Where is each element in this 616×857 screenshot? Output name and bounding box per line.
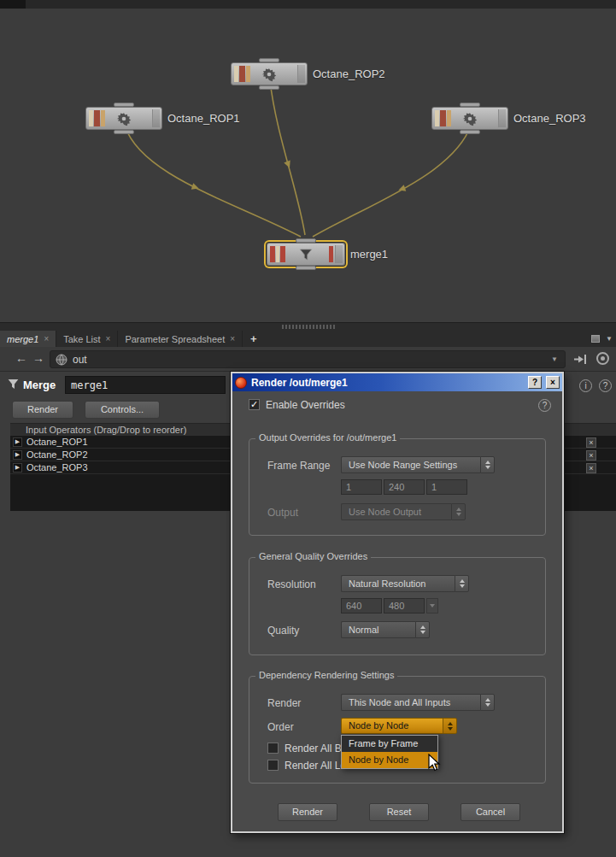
node-type-label: Merge [23,379,56,391]
node-octane-rop3[interactable] [431,107,508,130]
forward-icon[interactable]: → [32,351,44,365]
group-title: General Quality Overrides [255,551,371,561]
node-color-stripe [101,110,105,126]
order-dropdown[interactable]: Node by Node [341,718,457,734]
node-color-stripe [329,246,333,262]
dialog-title: Render /out/merge1 [251,377,524,389]
houdini-window: Octane_ROP2 Octane_ROP1 Octane_ROP3 [0,0,616,857]
chevron-down-icon[interactable]: ▼ [551,355,560,363]
help-icon[interactable]: ? [538,399,551,412]
tab-take-list[interactable]: Take List × [56,331,118,347]
enable-overrides-checkbox[interactable]: ✓ [249,399,260,410]
quality-dropdown[interactable]: Normal [341,621,430,638]
node-output-connector[interactable] [296,266,316,270]
path-input[interactable]: out ▼ [50,350,566,368]
gear-icon [261,67,277,82]
node-output-connector[interactable] [114,130,134,134]
node-color-stripe [89,110,93,126]
top-strip [0,0,616,9]
tab-label: Take List [63,334,100,344]
chevron-down-icon[interactable]: ▼ [606,335,613,343]
spinner-icon[interactable] [480,694,495,711]
render-all-locked-checkbox[interactable] [267,760,279,771]
dialog-render-button[interactable]: Render [278,803,337,821]
render-all-b-label: Render All B [285,743,342,754]
quality-label: Quality [267,625,299,637]
node-color-stripe [435,110,439,126]
frame-range-dropdown[interactable]: Use Node Range Settings [341,456,495,473]
controls-button[interactable]: Controls... [85,401,160,419]
dialog-title-bar[interactable]: Render /out/merge1 ? × [232,373,562,391]
node-input-connector[interactable] [259,58,279,62]
add-tab-button[interactable]: + [243,331,265,347]
window-help-button[interactable]: ? [528,376,542,389]
node-name-input[interactable] [65,376,226,394]
splitter-grip-icon[interactable] [282,325,335,329]
dialog-reset-button[interactable]: Reset [369,803,429,821]
window-close-button[interactable]: × [546,376,560,389]
order-label: Order [267,721,294,733]
spinner-icon[interactable] [443,718,457,734]
pane-options-icon[interactable] [591,335,600,343]
order-dropdown-menu: Frame by Frame Node by Node [341,735,438,769]
node-input-connector[interactable] [296,238,316,243]
node-output-connector[interactable] [259,85,279,90]
node-flag-bar[interactable] [152,109,160,127]
top-strip-tab [0,0,26,9]
spinner-icon[interactable] [415,621,430,638]
node-flag-bar[interactable] [297,65,305,83]
remove-input-button[interactable]: × [586,450,596,461]
frame-increment-field[interactable] [426,479,467,495]
resolution-dropdown[interactable]: Natural Resolution [341,575,469,592]
info-icon[interactable]: i [579,379,592,392]
back-icon[interactable]: ← [15,351,27,365]
close-icon[interactable]: × [44,334,49,343]
node-color-stripe [440,110,446,126]
dialog-cancel-button[interactable]: Cancel [461,803,520,821]
close-icon[interactable]: × [230,334,235,343]
dropdown-value: Use Node Output [341,503,451,520]
node-merge1[interactable] [267,243,345,266]
resolution-y-field[interactable] [384,598,425,613]
funnel-icon [299,248,314,261]
node-color-stripe [280,246,285,262]
frame-end-field[interactable] [384,479,425,495]
network-editor[interactable]: Octane_ROP2 Octane_ROP1 Octane_ROP3 [0,9,616,322]
render-mode-dropdown[interactable]: This Node and All Inputs [341,694,495,711]
node-flag-bar[interactable] [498,109,506,127]
node-input-connector[interactable] [460,103,480,107]
node-color-stripe [94,110,100,126]
render-all-b-checkbox[interactable] [267,743,279,754]
close-icon[interactable]: × [106,334,111,343]
output-label: Output [267,507,298,519]
tab-parameter-spreadsheet[interactable]: Parameter Spreadsheet × [118,331,243,347]
node-input-connector[interactable] [114,103,134,107]
pane-splitter[interactable] [0,322,616,331]
node-flag-bar[interactable] [335,245,343,263]
frame-range-label: Frame Range [267,460,330,472]
remove-input-button[interactable]: × [586,437,596,448]
radial-menu-icon[interactable] [596,352,609,365]
remove-input-button[interactable]: × [586,463,596,473]
resolution-x-field[interactable] [341,598,382,613]
dropdown-value: Natural Resolution [341,575,455,592]
render-mode-label: Render [267,697,301,709]
node-color-stripe [447,110,451,126]
pane-tab-bar: merge1 × Take List × Parameter Spreadshe… [0,331,616,347]
node-octane-rop2[interactable] [231,62,308,85]
spinner-icon[interactable] [455,575,469,592]
tab-merge1[interactable]: merge1 × [0,331,56,347]
rop-node-icon: ▶ [13,437,22,447]
pin-icon[interactable] [574,354,587,365]
frame-start-field[interactable] [341,479,382,495]
help-icon[interactable]: ? [599,379,612,392]
spinner-icon[interactable] [480,456,495,473]
output-dropdown: Use Node Output [341,503,466,520]
node-output-connector[interactable] [460,130,480,134]
menu-item-frame-by-frame[interactable]: Frame by Frame [342,736,437,752]
render-button[interactable]: Render [12,401,73,419]
node-octane-rop1[interactable] [85,107,162,130]
mouse-cursor [428,754,443,773]
tab-label: merge1 [7,334,38,344]
menu-item-node-by-node[interactable]: Node by Node [342,752,437,768]
